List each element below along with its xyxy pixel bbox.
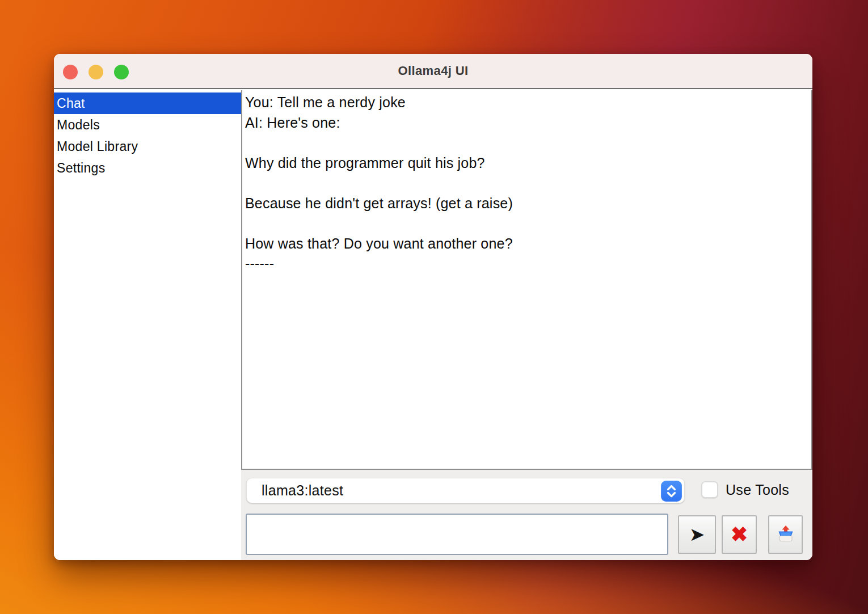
zoom-button[interactable] xyxy=(114,65,129,79)
send-button[interactable]: ➤ xyxy=(678,515,716,554)
use-tools-label: Use Tools xyxy=(726,481,789,499)
upload-button[interactable] xyxy=(768,515,803,554)
model-select[interactable]: llama3:latest xyxy=(246,478,685,503)
chat-transcript-panel[interactable]: You: Tell me a nerdy joke AI: Here's one… xyxy=(241,90,812,470)
outbox-tray-icon xyxy=(775,524,797,545)
model-select-value: llama3:latest xyxy=(262,478,343,503)
app-window: Ollama4j UI Chat Models Model Library Se… xyxy=(54,54,812,560)
message-input[interactable] xyxy=(246,514,668,555)
sidebar-item-chat[interactable]: Chat xyxy=(54,92,241,114)
sidebar-item-models[interactable]: Models xyxy=(54,114,241,136)
sidebar-item-settings[interactable]: Settings xyxy=(54,157,241,179)
window-title: Ollama4j UI xyxy=(398,64,468,78)
dropdown-stepper-icon[interactable] xyxy=(661,481,682,502)
chat-transcript-text: You: Tell me a nerdy joke AI: Here's one… xyxy=(242,90,811,274)
sidebar-item-model-library[interactable]: Model Library xyxy=(54,136,241,157)
close-button[interactable] xyxy=(63,65,78,79)
controls-panel: llama3:latest Use Tools ➤ ✖ xyxy=(241,470,812,560)
use-tools-checkbox[interactable] xyxy=(701,481,718,498)
cancel-button[interactable]: ✖ xyxy=(722,515,757,554)
minimize-button[interactable] xyxy=(89,65,103,79)
cancel-x-icon: ✖ xyxy=(731,524,748,545)
traffic-lights xyxy=(63,65,129,79)
desktop-background: Ollama4j UI Chat Models Model Library Se… xyxy=(0,0,868,614)
titlebar[interactable]: Ollama4j UI xyxy=(54,54,812,89)
window-body: Chat Models Model Library Settings You: … xyxy=(54,90,812,560)
send-arrow-icon: ➤ xyxy=(689,525,705,544)
sidebar: Chat Models Model Library Settings xyxy=(54,90,241,560)
